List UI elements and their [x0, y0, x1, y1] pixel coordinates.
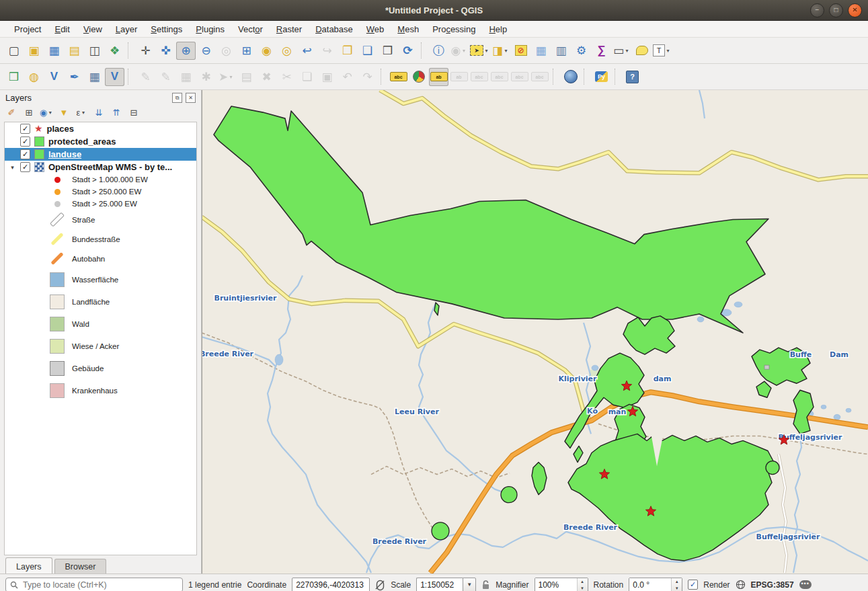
- rotation-input[interactable]: [629, 578, 671, 591]
- magnifier-input[interactable]: [535, 578, 577, 591]
- new-project-button[interactable]: ▢: [4, 42, 24, 60]
- rotation-up-icon[interactable]: ▲: [672, 578, 682, 585]
- python-console-button[interactable]: Py: [592, 68, 611, 86]
- zoom-in-button[interactable]: ⊕: [176, 42, 196, 60]
- render-checkbox[interactable]: ✓: [688, 580, 698, 590]
- metasearch-button[interactable]: [561, 68, 580, 86]
- manage-map-themes-dropdown-icon[interactable]: ▾: [47, 110, 53, 116]
- zoom-last-button[interactable]: ↩: [297, 42, 317, 60]
- select-features-dropdown-icon[interactable]: ▾: [483, 48, 489, 54]
- show-spatial-bookmarks-button[interactable]: ❑: [358, 42, 377, 60]
- filter-legend-button[interactable]: ▼: [56, 106, 71, 119]
- magnifier-down-icon[interactable]: ▼: [578, 585, 588, 591]
- menu-settings[interactable]: Settings: [145, 22, 188, 36]
- processing-toolbox-button[interactable]: ⚙: [571, 42, 591, 60]
- deselect-all-button[interactable]: ⊘: [511, 42, 530, 60]
- select-features-button[interactable]: ➤▾: [469, 42, 490, 60]
- advanced-digitizing-dropdown-icon[interactable]: ▾: [228, 74, 234, 80]
- layer-diagram-button[interactable]: [409, 68, 428, 86]
- zoom-to-layer-button[interactable]: ◎: [277, 42, 297, 60]
- locator-box[interactable]: [5, 578, 183, 591]
- layer-row-protected-areas[interactable]: ✓protected_areas: [5, 135, 196, 148]
- menu-processing[interactable]: Processing: [426, 22, 481, 36]
- map-tips-button[interactable]: [632, 42, 652, 60]
- text-annotation-dropdown-icon[interactable]: ▾: [665, 48, 671, 54]
- coordinate-input[interactable]: [292, 578, 370, 591]
- menu-layer[interactable]: Layer: [110, 22, 144, 36]
- tab-layers[interactable]: Layers: [5, 557, 52, 574]
- panel-close-icon[interactable]: ✕: [186, 93, 196, 103]
- menu-help[interactable]: Help: [483, 22, 513, 36]
- measure-line-dropdown-icon[interactable]: ▾: [624, 48, 630, 54]
- new-spatial-bookmark-button[interactable]: ❐: [338, 42, 357, 60]
- menu-raster[interactable]: Raster: [270, 22, 308, 36]
- menu-view[interactable]: View: [77, 22, 108, 36]
- tab-browser[interactable]: Browser: [54, 559, 107, 574]
- measure-line-button[interactable]: ▭▾: [612, 42, 631, 60]
- map-canvas[interactable]: BruintjiesrivierBreede RiverLeeu RiverKl…: [202, 90, 868, 574]
- panel-float-icon[interactable]: ⧉: [172, 93, 182, 103]
- filter-by-expression-button[interactable]: ε▾: [74, 106, 89, 119]
- text-annotation-button[interactable]: T▾: [652, 42, 672, 60]
- menu-project[interactable]: Project: [8, 22, 47, 36]
- refresh-map-button[interactable]: ⟳: [398, 42, 418, 60]
- open-layer-styling-button[interactable]: ✐: [4, 106, 19, 119]
- remove-layer-button[interactable]: ⊟: [126, 106, 141, 119]
- bookmark-manager-button[interactable]: ❒: [378, 42, 397, 60]
- menu-database[interactable]: Database: [309, 22, 359, 36]
- help-contents-button[interactable]: ?: [623, 68, 642, 86]
- crs-globe-icon[interactable]: [736, 580, 746, 590]
- layer-row-places[interactable]: ✓★places: [5, 122, 196, 135]
- data-source-manager-button[interactable]: ❒: [4, 68, 24, 86]
- layer-visibility-checkbox[interactable]: ✓: [20, 124, 30, 134]
- extent-toggle-icon[interactable]: [375, 579, 385, 591]
- menu-mesh[interactable]: Mesh: [391, 22, 425, 36]
- close-button[interactable]: ✕: [848, 3, 862, 17]
- add-group-button[interactable]: ⊞: [22, 106, 36, 119]
- pan-to-selection-button[interactable]: ✜: [156, 42, 175, 60]
- open-project-button[interactable]: ▣: [24, 42, 44, 60]
- layer-labeling-button[interactable]: abc: [389, 68, 408, 86]
- zoom-to-selection-button[interactable]: ◉: [257, 42, 276, 60]
- statistical-summary-button[interactable]: ▥: [551, 42, 571, 60]
- magnifier-up-icon[interactable]: ▲: [578, 578, 588, 585]
- collapse-all-button[interactable]: ⇈: [109, 106, 124, 119]
- zoom-out-button[interactable]: ⊖: [196, 42, 216, 60]
- rotation-down-icon[interactable]: ▼: [672, 585, 682, 591]
- pin-labels-button[interactable]: ab: [429, 68, 448, 86]
- lock-icon[interactable]: [481, 580, 490, 590]
- filter-by-expression-dropdown-icon[interactable]: ▾: [80, 110, 86, 116]
- save-project-button[interactable]: ▦: [44, 42, 64, 60]
- locator-input[interactable]: [22, 580, 178, 590]
- open-attribute-table-button[interactable]: ▦: [531, 42, 551, 60]
- expand-all-button[interactable]: ⇊: [91, 106, 106, 119]
- new-print-layout-button[interactable]: ▤: [65, 42, 84, 60]
- new-spatialite-layer-button[interactable]: ✒: [65, 68, 84, 86]
- zoom-full-button[interactable]: ⊞: [237, 42, 256, 60]
- pan-map-button[interactable]: ✛: [136, 42, 155, 60]
- new-shapefile-layer-button[interactable]: V: [44, 68, 64, 86]
- select-by-form-dropdown-icon[interactable]: ▾: [503, 48, 509, 54]
- layer-visibility-checkbox[interactable]: ✓: [20, 162, 30, 172]
- show-sum-statistics-button[interactable]: ∑: [592, 42, 611, 60]
- style-manager-button[interactable]: ❖: [105, 42, 124, 60]
- menu-edit[interactable]: Edit: [48, 22, 75, 36]
- scale-dropdown-icon[interactable]: ▼: [463, 578, 476, 591]
- scale-input[interactable]: [416, 578, 463, 591]
- menu-plugins[interactable]: Plugins: [190, 22, 231, 36]
- messages-icon[interactable]: •••: [799, 580, 812, 589]
- add-vector-layer-button[interactable]: ◍: [24, 68, 44, 86]
- layer-row-openstreetmap-wms-by-te[interactable]: ▾✓OpenStreetMap WMS - by te...: [5, 161, 196, 173]
- title-bar[interactable]: *Untitled Project - QGIS − □ ✕: [0, 0, 868, 21]
- minimize-button[interactable]: −: [810, 3, 824, 17]
- menu-vector[interactable]: Vector: [232, 22, 269, 36]
- select-by-form-button[interactable]: ◨▾: [491, 42, 510, 60]
- layout-manager-button[interactable]: ◫: [85, 42, 104, 60]
- manage-map-themes-button[interactable]: ◉▾: [39, 106, 54, 119]
- new-virtual-layer-button[interactable]: ▦: [85, 68, 104, 86]
- new-memory-layer-button[interactable]: V: [105, 68, 124, 86]
- maximize-button[interactable]: □: [829, 3, 843, 17]
- menu-web[interactable]: Web: [360, 22, 391, 36]
- crs-value[interactable]: EPSG:3857: [751, 580, 794, 590]
- run-feature-action-dropdown-icon[interactable]: ▾: [461, 48, 467, 54]
